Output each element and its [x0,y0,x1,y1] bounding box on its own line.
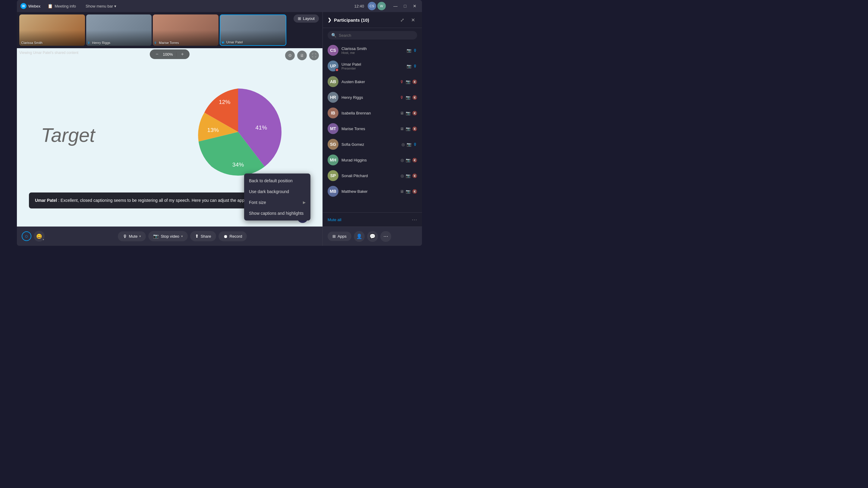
participant-row-austen[interactable]: AB Austen Baker 🎙 📷 🔇 [325,74,420,90]
zoom-in-button[interactable]: + [179,51,186,58]
mute-label: Mute [129,234,138,238]
reactions-icon: 😀 [36,233,42,239]
participant-info-isabella: Isabella Brennan [341,111,397,116]
participants-list: CS Clarissa Smith Host, me 📷 🎙 UP [323,42,422,213]
participant-info-murad: Murad Higgins [341,158,398,162]
mic-muted-icon-henry: 🔇 [412,95,417,100]
stop-video-label: Stop video [161,234,179,238]
reactions-button[interactable]: 😀 ▾ [34,231,44,241]
apps-button[interactable]: ⊞ Apps [328,232,351,241]
layout-label: Layout [303,16,315,21]
fullscreen-icon-button[interactable]: ⛶ [309,51,319,60]
participant-row-matthew[interactable]: MB Matthew Baker 🖥 📷 🔇 [325,184,420,199]
participant-icons-henry: 🎙 📷 🔇 [400,95,417,100]
stop-video-button[interactable]: 📷 Stop video ▾ [148,231,187,241]
title-bar-icons: CS W [368,2,386,10]
avatar-sofia: SG [328,139,338,150]
svg-text:41%: 41% [255,124,267,131]
mic-icon-umar: 🎙 [413,64,417,68]
center-area: Clarissa Smith 🎙 Henry Riggs 🎙 Marise To… [17,12,322,246]
share-button[interactable]: ⬆ Share [190,231,216,241]
profile-icon-1[interactable]: CS [368,2,376,10]
menu-item-back-default[interactable]: Back to default position [244,175,310,186]
minimize-button[interactable]: — [392,2,399,10]
participant-info-clarissa: Clarissa Smith Host, me [341,46,404,55]
video-icon-umar: 📷 [407,64,411,68]
participant-row-murad[interactable]: MH Murad Higgins ◎ 📷 🔇 [325,152,420,168]
meeting-info-button[interactable]: 📋 Meeting info [45,2,79,10]
close-button[interactable]: ✕ [411,2,418,10]
avatar-umar: UP [328,61,338,71]
pie-chart: 41% 34% 13% 12% [190,84,286,181]
menu-item-font-size[interactable]: Font size ▶ [244,197,310,208]
video-icon-henry: 📷 [406,95,410,100]
share-icon: ⬆ [195,233,199,239]
record-icon: ⏺ [223,234,228,239]
maximize-button[interactable]: □ [401,2,409,10]
menu-item-show-captions-label: Show captions and highlights [249,211,304,216]
mute-button[interactable]: 🎙 Mute ▾ [118,231,146,241]
layout-button[interactable]: ⊞ Layout [293,14,319,23]
participant-info-umar: Umar Patel Presenter [341,62,404,70]
search-icon: 🔍 [331,33,336,38]
more-options-footer-icon[interactable]: ⋯ [412,216,417,223]
slide-target-text: Target [41,124,95,147]
record-button[interactable]: ⏺ Record [218,231,247,241]
participant-row-henry[interactable]: HR Henry Riggs 🎙 📷 🔇 [325,90,420,105]
monitor-off-icon-matthew: 🖥 [400,189,404,194]
participant-row-marise[interactable]: MT Marise Torres 🖥 📷 🔇 [325,121,420,136]
menu-item-font-size-label: Font size [249,200,266,205]
search-box: 🔍 [328,31,417,39]
panel-title: ❯ Participants (10) [328,17,369,23]
thumbnail-label-henry: Henry Riggs [92,41,111,44]
mic-muted-icon-matthew: 🔇 [412,189,417,194]
chat-icon: 💬 [370,233,375,239]
stop-video-arrow-icon: ▾ [181,234,183,238]
more-options-button[interactable]: ⋯ [380,231,391,242]
avatar-sonali: SP [328,170,338,181]
add-person-button[interactable]: 👤 [354,231,365,242]
thumbnail-label-marise: Marise Torres [159,41,179,44]
caption-speaker: Umar Patel [35,198,57,203]
close-panel-button[interactable]: ✕ [409,16,417,24]
participant-name-sofia: Sofia Gomez [341,142,398,147]
participant-name-austen: Austen Baker [341,79,397,84]
participant-row-umar[interactable]: UP Umar Patel Presenter 📷 🎙 [325,58,420,74]
participant-row-sonali[interactable]: SP Sonali Pitchard ◎ 📷 🔇 [325,168,420,184]
screen-icon-button[interactable]: 🖥 [297,51,307,60]
video-icon-murad: 📷 [406,158,410,162]
video-icon-sonali: 📷 [406,173,410,178]
mute-all-button[interactable]: Mute all [328,218,341,222]
menu-item-show-captions[interactable]: Show captions and highlights [244,208,310,219]
menu-item-dark-bg[interactable]: Use dark background [244,186,310,197]
zoom-out-button[interactable]: − [153,51,161,58]
thumbnail-umar[interactable]: 📽 Umar Patel [220,14,287,46]
participant-icons-marise: 🖥 📷 🔇 [400,127,417,131]
show-menu-bar-button[interactable]: Show menu bar ▾ [83,3,119,10]
settings-icon-button[interactable]: ⚙ [285,51,295,60]
shared-content-area: Viewing Umar Patel's shared content − 10… [17,48,322,227]
svg-text:12%: 12% [219,99,230,105]
participant-row-clarissa[interactable]: CS Clarissa Smith Host, me 📷 🎙 [325,42,420,58]
search-input[interactable] [339,33,413,38]
window-controls: — □ ✕ [392,2,418,10]
thumbnail-marise[interactable]: 🎙 Marise Torres [153,14,218,46]
participant-icons-umar: 📷 🎙 [407,64,417,68]
participants-title: Participants (10) [334,18,369,23]
mic-off-icon-henry: 🎙 [400,95,404,100]
layout-icon: ⊞ [298,16,301,21]
thumbnail-clarissa[interactable]: Clarissa Smith [19,14,85,46]
video-icon-matthew: 📷 [406,189,410,194]
main-content: Clarissa Smith 🎙 Henry Riggs 🎙 Marise To… [17,12,422,246]
participant-row-isabella[interactable]: IB Isabella Brennan 🖥 📷 🔇 [325,105,420,121]
profile-icon-2[interactable]: W [377,2,386,10]
presenter-badge-umar [335,68,339,72]
popout-button[interactable]: ⤢ [398,16,406,24]
panel-collapse-icon[interactable]: ❯ [328,17,332,23]
chat-button[interactable]: 💬 [367,231,378,242]
avatar-marise: MT [328,123,338,134]
thumbnail-henry[interactable]: 🎙 Henry Riggs [86,14,152,46]
video-icon-austen: 📷 [406,79,410,84]
share-label: Share [201,234,211,238]
participant-row-sofia[interactable]: SG Sofia Gomez ◎ 📷 🎙 [325,136,420,152]
